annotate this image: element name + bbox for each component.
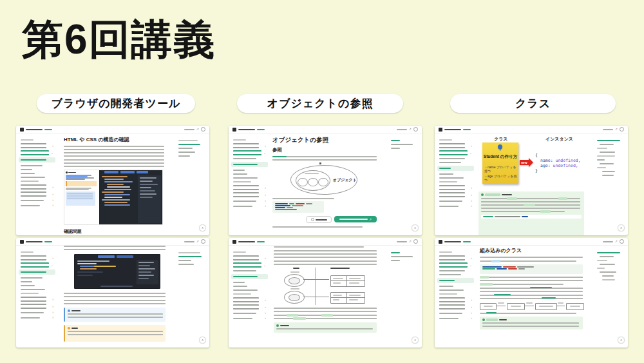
sidebar-item-text	[233, 304, 259, 309]
toc-link	[602, 175, 614, 176]
devtools-screenshot	[64, 170, 163, 225]
callout-body	[481, 198, 582, 202]
sidebar-item-text	[21, 200, 44, 201]
sidebar-item-text	[439, 201, 462, 202]
diagram-divider	[315, 268, 316, 305]
chevron-right-icon: ›	[265, 299, 266, 302]
chevron-right-icon: ›	[52, 186, 53, 189]
callout-title-text	[71, 328, 78, 329]
chain-box	[507, 303, 525, 310]
paragraph	[480, 288, 583, 292]
object-diagram: オブジェクト	[272, 162, 377, 196]
sidebar-item-text	[439, 185, 465, 190]
site-name-text	[238, 241, 255, 242]
back-to-top-button: ∧	[618, 337, 625, 344]
sidebar-item-current	[19, 157, 55, 162]
devtools-tab	[104, 171, 118, 173]
chevron-right-icon: ›	[471, 257, 472, 260]
toc-active-link	[178, 256, 202, 257]
page-content	[64, 246, 166, 342]
inline-code-chip	[507, 197, 517, 200]
theme-toggle-icon	[413, 127, 418, 132]
sidebar-item: ›	[21, 304, 53, 309]
chain-arrow-label	[526, 302, 533, 304]
toc-link	[600, 264, 615, 265]
toc-active-link	[597, 252, 620, 253]
green-callout	[478, 191, 584, 235]
callout-title-row	[482, 319, 580, 321]
sidebar-item	[233, 289, 258, 291]
sidebar-item: ⌄	[439, 150, 472, 155]
section-label-devtools: ブラウザの開発者ツール	[37, 94, 195, 113]
sidebar-group-label	[21, 251, 33, 253]
sidebar-item-text	[233, 255, 259, 260]
run-playground-button: ↗	[334, 216, 377, 222]
copy-icon	[311, 218, 314, 221]
sidebar-item-text	[233, 206, 252, 207]
site-name-text	[238, 129, 255, 130]
callout-title-text	[71, 310, 80, 311]
sidebar: › ⌄ › › › ›	[16, 133, 57, 235]
chevron-right-icon: ›	[471, 299, 472, 302]
sidebar-item-current-text	[21, 271, 46, 273]
sidebar-item-text	[21, 205, 40, 206]
devtools-panel-line	[138, 268, 155, 270]
table-cell-text	[333, 295, 342, 296]
callout-title-row	[481, 193, 582, 196]
table-cell-text	[333, 278, 343, 279]
paragraph	[274, 315, 377, 319]
on-this-page-toc	[597, 137, 624, 179]
callout-title-text	[280, 325, 289, 326]
chevron-right-icon: ›	[52, 199, 53, 202]
sidebar-item	[233, 181, 251, 182]
theme-toggle-icon	[620, 127, 624, 132]
sidebar-item	[439, 181, 457, 182]
chevron-right-icon: ›	[52, 298, 53, 301]
sidebar-item: ›	[439, 199, 472, 202]
sidebar-item	[21, 181, 39, 182]
toc-active-link	[391, 252, 400, 253]
devtools-code-line	[104, 189, 131, 190]
copy-code-button	[306, 216, 332, 223]
section-label-object-reference: オブジェクトの参照	[237, 94, 403, 113]
sidebar-item	[233, 177, 258, 179]
diagram-property-ellipse	[298, 178, 308, 186]
devtools-style-line	[140, 193, 156, 195]
toc-link	[178, 152, 195, 153]
devtools-code-line	[104, 179, 124, 180]
inline-link-highlight	[272, 156, 287, 157]
inline-link-highlight	[486, 312, 497, 313]
code-line	[275, 207, 321, 208]
sidebar-item: ›	[21, 143, 53, 148]
sidebar-item: ›	[439, 311, 472, 315]
table-cell-text	[349, 299, 358, 300]
class-column-label: クラス	[494, 136, 508, 142]
section-heading: 参照	[272, 147, 377, 153]
green-callout	[274, 322, 377, 333]
inline-code-chip	[287, 314, 298, 317]
devtools-code-line	[104, 181, 133, 182]
devtools-screenshot	[74, 254, 160, 289]
thumbnail-object-reference-page2: ↗ › ⌄ › › › ›	[229, 238, 422, 348]
sidebar-item-text	[21, 304, 46, 309]
site-name-text	[26, 241, 43, 242]
toc-link	[178, 155, 190, 157]
devtools-code-line	[104, 202, 128, 203]
paragraph-text	[64, 293, 166, 297]
thumbnail-devtools-page1: ↗ › ⌄ › › › › HTML や CSS の構造の確認	[16, 126, 209, 235]
sidebar-item: ›	[21, 255, 53, 260]
sidebar-item-text	[439, 255, 465, 260]
quiz-heading: 確認問題	[64, 228, 164, 235]
sidebar-group-label	[233, 139, 246, 141]
paragraph-text	[64, 300, 166, 304]
copy-button-label	[316, 219, 327, 221]
inline-link-highlight	[494, 294, 511, 295]
diagram-object-table	[330, 275, 365, 287]
paragraph	[480, 313, 583, 314]
theme-toggle-icon	[413, 239, 418, 244]
tip-icon	[481, 193, 484, 196]
nav-link	[44, 129, 52, 130]
chevron-right-icon: ›	[52, 316, 53, 319]
sidebar-item-text-active-group	[21, 262, 49, 268]
instance-code: { name: undefined, age: undefined, }	[535, 153, 581, 173]
